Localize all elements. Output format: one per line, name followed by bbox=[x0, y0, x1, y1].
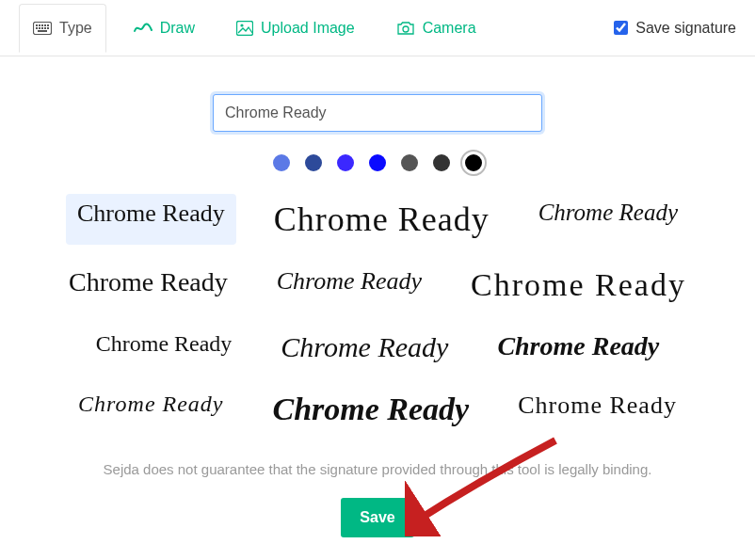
svg-rect-12 bbox=[237, 21, 253, 35]
svg-rect-11 bbox=[38, 30, 47, 32]
tab-upload[interactable]: Upload Image bbox=[222, 4, 369, 53]
tab-upload-label: Upload Image bbox=[261, 20, 355, 37]
font-option-1[interactable]: Chrome Ready bbox=[263, 194, 501, 245]
top-bar: Type Draw Upload Image Camera Save signa… bbox=[0, 0, 755, 56]
font-option-4[interactable]: Chrome Ready bbox=[265, 262, 433, 309]
font-option-3[interactable]: Chrome Ready bbox=[57, 262, 239, 309]
font-option-11[interactable]: Chrome Ready bbox=[506, 386, 688, 433]
svg-rect-2 bbox=[39, 24, 40, 26]
save-signature-label: Save signature bbox=[635, 20, 736, 37]
font-option-0[interactable]: Chrome Ready bbox=[66, 194, 236, 245]
color-swatch-5[interactable] bbox=[433, 154, 450, 171]
save-signature-checkbox[interactable]: Save signature bbox=[614, 20, 736, 37]
save-button[interactable]: Save bbox=[341, 498, 413, 537]
svg-rect-9 bbox=[44, 27, 46, 29]
svg-point-13 bbox=[240, 24, 243, 26]
keyboard-icon bbox=[33, 22, 52, 35]
font-option-7[interactable]: Chrome Ready bbox=[269, 326, 459, 369]
tab-camera[interactable]: Camera bbox=[382, 4, 490, 53]
tab-draw[interactable]: Draw bbox=[120, 4, 209, 53]
color-swatch-0[interactable] bbox=[273, 154, 290, 171]
svg-rect-10 bbox=[47, 27, 49, 29]
svg-rect-1 bbox=[36, 24, 38, 26]
draw-icon bbox=[134, 22, 153, 35]
disclaimer-text: Sejda does not guarantee that the signat… bbox=[104, 461, 652, 477]
font-option-5[interactable]: Chrome Ready bbox=[459, 262, 698, 309]
color-swatch-6[interactable] bbox=[465, 154, 482, 171]
tab-type-label: Type bbox=[59, 20, 92, 37]
image-icon bbox=[236, 21, 253, 36]
font-option-10[interactable]: Chrome Ready bbox=[262, 386, 481, 433]
color-swatch-3[interactable] bbox=[369, 154, 386, 171]
font-option-2[interactable]: Chrome Ready bbox=[527, 194, 689, 245]
tabs: Type Draw Upload Image Camera bbox=[19, 4, 490, 53]
color-swatch-4[interactable] bbox=[401, 154, 418, 171]
signature-text-input[interactable] bbox=[213, 94, 542, 132]
color-picker bbox=[273, 154, 482, 171]
svg-rect-6 bbox=[36, 27, 38, 29]
svg-rect-3 bbox=[41, 24, 43, 26]
tab-type[interactable]: Type bbox=[19, 4, 106, 53]
svg-point-14 bbox=[403, 26, 409, 32]
font-option-6[interactable]: Chrome Ready bbox=[85, 326, 244, 369]
save-signature-input[interactable] bbox=[614, 21, 628, 35]
svg-rect-5 bbox=[47, 24, 49, 26]
svg-rect-7 bbox=[39, 27, 40, 29]
camera-icon bbox=[396, 21, 415, 36]
font-grid: Chrome Ready Chrome Ready Chrome Ready C… bbox=[57, 194, 698, 433]
tab-camera-label: Camera bbox=[423, 20, 476, 37]
color-swatch-1[interactable] bbox=[305, 154, 322, 171]
color-swatch-2[interactable] bbox=[337, 154, 354, 171]
svg-rect-8 bbox=[41, 27, 43, 29]
svg-rect-4 bbox=[44, 24, 46, 26]
tab-draw-label: Draw bbox=[160, 20, 195, 37]
font-option-8[interactable]: Chrome Ready bbox=[486, 326, 670, 369]
content-area: Chrome Ready Chrome Ready Chrome Ready C… bbox=[0, 56, 755, 537]
font-option-9[interactable]: Chrome Ready bbox=[67, 386, 234, 433]
